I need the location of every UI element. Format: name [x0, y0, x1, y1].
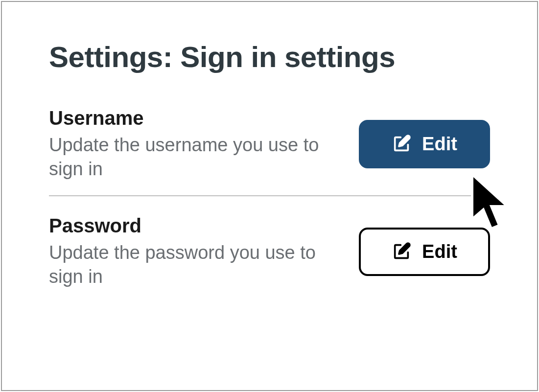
edit-icon [392, 134, 411, 154]
password-description: Update the password you use to sign in [49, 241, 323, 288]
setting-text-password: Password Update the password you use to … [49, 215, 359, 288]
password-label: Password [49, 215, 349, 237]
edit-password-button-label: Edit [422, 241, 457, 262]
settings-panel: Settings: Sign in settings Username Upda… [1, 1, 538, 391]
setting-row-username: Username Update the username you use to … [49, 103, 490, 194]
edit-password-button[interactable]: Edit [359, 228, 490, 276]
edit-username-button[interactable]: Edit [359, 120, 490, 168]
edit-username-button-label: Edit [422, 134, 457, 155]
username-description: Update the username you use to sign in [49, 133, 323, 181]
setting-row-password: Password Update the password you use to … [49, 211, 490, 302]
page-title: Settings: Sign in settings [49, 40, 490, 74]
edit-icon [392, 242, 411, 261]
divider [49, 195, 490, 196]
username-label: Username [49, 107, 349, 129]
setting-text-username: Username Update the username you use to … [49, 107, 359, 181]
